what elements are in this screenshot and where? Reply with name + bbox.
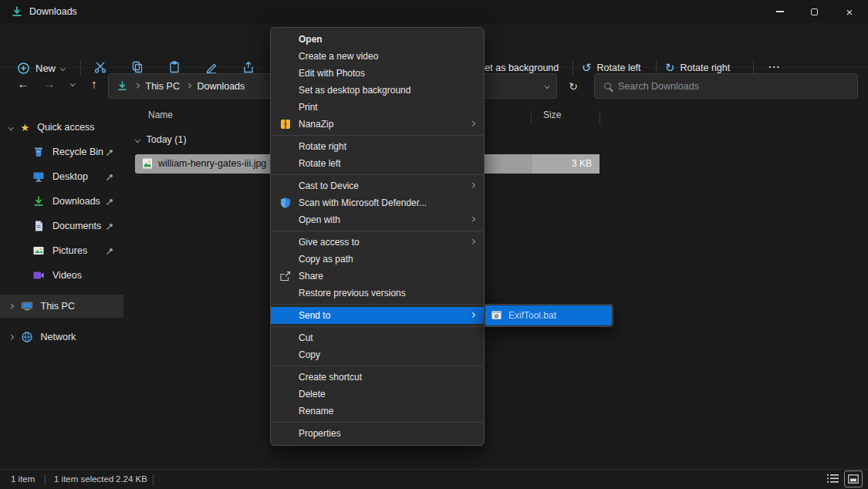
sidebar-item-recycle-bin[interactable]: Recycle Bin xyxy=(0,140,123,164)
menu-item-edit-with-photos[interactable]: Edit with Photos xyxy=(271,65,484,82)
menu-item-share[interactable]: Share xyxy=(271,268,484,285)
share-icon xyxy=(279,270,292,282)
sidebar-item-pictures[interactable]: Pictures xyxy=(0,239,123,262)
menu-item-nanazip[interactable]: NanaZip xyxy=(271,116,484,133)
group-collapse-icon[interactable] xyxy=(135,137,140,142)
menu-item-create-a-new-video[interactable]: Create a new video xyxy=(271,48,484,65)
this-pc-icon xyxy=(21,300,33,312)
sidebar-item-this-pc[interactable]: This PC xyxy=(0,295,123,318)
column-header-size[interactable]: Size xyxy=(543,110,561,120)
expander-chevron-icon[interactable] xyxy=(8,304,13,309)
submenu-arrow-icon xyxy=(470,239,475,244)
share-icon xyxy=(241,60,255,74)
sidebar-item-label: Quick access xyxy=(37,122,94,133)
sidebar-item-downloads[interactable]: Downloads xyxy=(0,190,123,213)
menu-item-delete[interactable]: Delete xyxy=(271,386,484,403)
menu-separator xyxy=(271,228,484,234)
sidebar-item-desktop[interactable]: Desktop xyxy=(0,165,123,188)
file-size: 3 KB xyxy=(532,154,599,174)
recent-locations-button[interactable] xyxy=(63,71,82,96)
menu-item-copy-as-path[interactable]: Copy as path xyxy=(271,251,484,268)
close-button[interactable]: × xyxy=(831,0,868,23)
selected-count: 1 item selected xyxy=(54,470,113,489)
pin-icon[interactable] xyxy=(106,247,114,255)
menu-item-label: Rotate left xyxy=(299,158,341,169)
column-divider[interactable] xyxy=(599,111,600,125)
pin-icon[interactable] xyxy=(106,173,114,181)
pin-icon[interactable] xyxy=(106,148,114,157)
menu-item-label: Copy xyxy=(299,349,320,360)
sidebar-item-quick-access[interactable]: ★ Quick access xyxy=(0,116,123,139)
details-view-button[interactable] xyxy=(824,470,841,486)
menu-item-restore-previous-versions[interactable]: Restore previous versions xyxy=(271,285,484,302)
sidebar-item-network[interactable]: Network xyxy=(0,325,123,349)
menu-item-scan-with-microsoft-defender[interactable]: Scan with Microsoft Defender... xyxy=(271,194,484,211)
search-box[interactable] xyxy=(594,73,858,99)
menu-item-label: Create shortcut xyxy=(299,372,362,383)
expander-chevron-icon[interactable] xyxy=(8,125,13,130)
menu-item-label: Copy as path xyxy=(299,254,353,265)
minimize-button[interactable] xyxy=(763,0,797,23)
set-as-background-label: Set as background xyxy=(478,62,559,73)
menu-separator xyxy=(271,420,484,425)
search-input[interactable] xyxy=(618,81,848,92)
menu-item-label: Create a new video xyxy=(299,51,378,62)
menu-item-create-shortcut[interactable]: Create shortcut xyxy=(271,369,484,386)
submenu-item-exiftool-bat[interactable]: ExifTool.bat xyxy=(485,305,612,325)
thumbnail-view-button[interactable] xyxy=(844,470,863,487)
menu-item-give-access-to[interactable]: Give access to xyxy=(271,234,484,251)
menu-item-rename[interactable]: Rename xyxy=(271,403,484,420)
menu-item-open-with[interactable]: Open with xyxy=(271,211,484,228)
menu-separator xyxy=(271,324,484,329)
menu-item-cast-to-device[interactable]: Cast to Device xyxy=(271,177,484,194)
menu-item-label: Open xyxy=(299,34,323,45)
refresh-icon: ↻ xyxy=(569,80,578,93)
context-menu: Open Create a new video Edit with Photos… xyxy=(270,27,485,446)
breadcrumb-this-pc[interactable]: This PC xyxy=(146,81,180,92)
menu-item-send-to[interactable]: Send to xyxy=(271,307,484,324)
back-button[interactable]: ← xyxy=(11,71,35,96)
sidebar-item-documents[interactable]: Documents xyxy=(0,214,123,238)
menu-item-set-as-desktop-background[interactable]: Set as desktop background xyxy=(271,82,484,99)
menu-item-label: Rename xyxy=(299,406,333,416)
sidebar-item-videos[interactable]: Videos xyxy=(0,264,123,287)
pin-icon[interactable] xyxy=(106,222,114,231)
column-header-name[interactable]: Name xyxy=(148,110,173,120)
defender-shield-icon xyxy=(279,197,292,209)
menu-item-label: Rotate right xyxy=(299,141,346,152)
forward-button[interactable]: → xyxy=(37,71,62,96)
more-icon: ⋯ xyxy=(768,60,780,73)
menu-item-print[interactable]: Print xyxy=(271,99,484,116)
maximize-button[interactable] xyxy=(797,0,831,23)
minimize-icon xyxy=(776,11,784,12)
address-dropdown-icon[interactable] xyxy=(545,83,549,88)
menu-item-rotate-right[interactable]: Rotate right xyxy=(271,138,484,155)
menu-item-label: Cut xyxy=(299,332,313,343)
submenu-arrow-icon xyxy=(470,217,475,221)
up-button[interactable]: ↑ xyxy=(83,71,105,96)
pin-icon[interactable] xyxy=(106,197,114,206)
sidebar-item-label: Network xyxy=(41,332,76,342)
pictures-icon xyxy=(32,244,45,257)
sidebar-item-label: Desktop xyxy=(52,171,88,182)
thumbnail-view-icon xyxy=(848,474,859,484)
image-file-icon xyxy=(141,157,154,170)
menu-item-open[interactable]: Open xyxy=(271,31,484,48)
downloads-icon xyxy=(32,195,45,207)
submenu-arrow-icon xyxy=(470,312,475,317)
group-header-today[interactable]: Today (1) xyxy=(136,134,187,145)
refresh-button[interactable]: ↻ xyxy=(562,73,585,99)
menu-item-cut[interactable]: Cut xyxy=(271,329,484,346)
column-divider[interactable] xyxy=(531,111,532,125)
close-icon: × xyxy=(846,5,853,19)
menu-item-label: Cast to Device xyxy=(299,180,359,191)
sidebar-item-label: This PC xyxy=(41,301,75,312)
menu-item-copy[interactable]: Copy xyxy=(271,346,484,363)
breadcrumb-downloads[interactable]: Downloads xyxy=(197,81,245,92)
expander-chevron-icon[interactable] xyxy=(8,335,13,339)
menu-item-rotate-left[interactable]: Rotate left xyxy=(271,155,484,172)
menu-item-properties[interactable]: Properties xyxy=(271,425,484,442)
menu-item-label: Print xyxy=(299,102,318,113)
rotate-left-label: Rotate left xyxy=(597,62,641,73)
sidebar-item-label: Downloads xyxy=(52,196,100,207)
